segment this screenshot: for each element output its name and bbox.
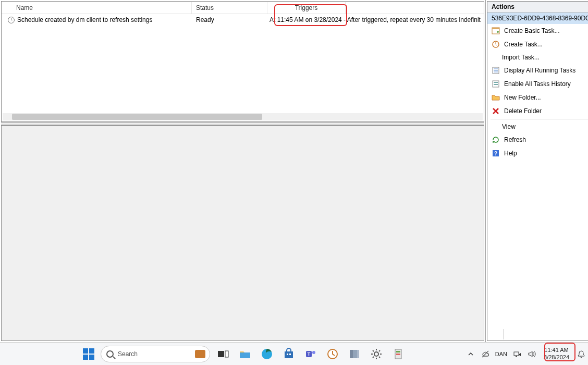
volume-icon[interactable] — [527, 349, 536, 359]
svg-line-33 — [373, 357, 374, 358]
taskbar-center: Search T — [81, 343, 407, 365]
svg-rect-1 — [492, 28, 499, 29]
app-icon-2[interactable] — [389, 345, 407, 363]
action-label: Import Task... — [502, 54, 540, 61]
svg-point-22 — [312, 351, 315, 354]
task-icon — [492, 40, 500, 48]
svg-rect-19 — [289, 354, 291, 355]
actions-pane: Actions 536E93ED-6DD9-4368-8369-90DC3A C… — [487, 1, 588, 341]
wizard-icon — [492, 27, 500, 35]
task-name-cell: Schedule created by dm client to refresh… — [2, 15, 192, 25]
task-name-text: Schedule created by dm client to refresh… — [17, 16, 152, 23]
action-label: Enable All Tasks History — [504, 80, 571, 88]
svg-rect-36 — [396, 351, 400, 352]
action-help[interactable]: ? Help — [487, 147, 588, 160]
divider — [504, 329, 504, 339]
app-window: Name Status Triggers Schedule created by… — [0, 0, 588, 342]
help-icon: ? — [492, 149, 500, 157]
taskbar-clock[interactable]: 11:41 AM 3/28/2024 — [542, 347, 571, 361]
onedrive-icon[interactable] — [481, 349, 490, 359]
taskbar-search[interactable]: Search — [101, 346, 210, 362]
app-icon-1[interactable] — [346, 345, 363, 363]
svg-line-34 — [379, 350, 380, 351]
task-detail-pane — [1, 125, 484, 341]
tray-overflow-button[interactable] — [466, 349, 475, 359]
svg-rect-15 — [240, 352, 250, 358]
action-enable-history[interactable]: Enable All Tasks History — [487, 77, 588, 91]
network-icon[interactable] — [512, 349, 522, 359]
svg-rect-18 — [287, 354, 288, 355]
search-badge-icon — [195, 350, 205, 358]
svg-text:T: T — [308, 351, 311, 357]
folder-icon — [492, 93, 500, 102]
action-label: Display All Running Tasks — [504, 67, 575, 74]
task-row[interactable]: Schedule created by dm client to refresh… — [2, 14, 484, 26]
action-label: Delete Folder — [504, 107, 542, 115]
svg-rect-39 — [514, 352, 519, 356]
refresh-icon — [492, 136, 500, 144]
action-create-basic-task[interactable]: Create Basic Task... — [487, 24, 588, 38]
action-label: Create Task... — [504, 41, 543, 48]
svg-rect-37 — [396, 354, 400, 355]
horizontal-scrollbar-thumb[interactable] — [12, 114, 262, 120]
delete-icon — [492, 107, 500, 115]
svg-rect-40 — [516, 356, 517, 357]
teams-button[interactable]: T — [302, 345, 320, 363]
action-label: New Folder... — [504, 94, 541, 101]
column-header-name[interactable]: Name — [2, 2, 192, 14]
svg-rect-13 — [218, 351, 224, 357]
actions-separator — [491, 119, 588, 119]
task-trigger-cell: At 11:45 AM on 3/28/2024 - After trigger… — [267, 15, 484, 25]
svg-point-26 — [374, 352, 378, 356]
horizontal-scrollbar[interactable] — [3, 113, 483, 120]
settings-button[interactable] — [368, 345, 385, 363]
taskbar-tray: DAN 11:41 AM 3/28/2024 — [466, 343, 586, 365]
task-list-pane: Name Status Triggers Schedule created by… — [1, 1, 484, 122]
clock-icon — [8, 17, 15, 23]
svg-line-32 — [379, 357, 380, 358]
action-label: Refresh — [504, 136, 526, 143]
action-import-task[interactable]: Import Task... — [487, 51, 588, 64]
action-new-folder[interactable]: New Folder... — [487, 91, 588, 104]
column-header-status[interactable]: Status — [192, 2, 267, 14]
action-label: Help — [504, 150, 517, 157]
action-delete-folder[interactable]: Delete Folder — [487, 104, 588, 118]
edge-button[interactable] — [258, 345, 276, 363]
windows-logo-icon — [83, 348, 94, 360]
taskbar-date: 3/28/2024 — [544, 354, 569, 361]
task-scheduler-button[interactable] — [324, 345, 341, 363]
action-view[interactable]: View — [487, 120, 588, 133]
main-area: Name Status Triggers Schedule created by… — [0, 0, 486, 342]
search-placeholder: Search — [118, 350, 138, 358]
language-indicator[interactable]: DAN — [495, 351, 507, 357]
taskbar-time: 11:41 AM — [544, 347, 569, 354]
list-icon — [492, 66, 500, 75]
search-icon — [106, 350, 114, 358]
action-refresh[interactable]: Refresh — [487, 133, 588, 147]
action-display-running-tasks[interactable]: Display All Running Tasks — [487, 64, 588, 77]
taskbar: Search T — [0, 342, 588, 365]
svg-rect-17 — [285, 351, 293, 358]
svg-point-2 — [497, 31, 499, 33]
start-button[interactable] — [81, 346, 96, 362]
actions-header: Actions — [487, 2, 588, 13]
action-create-task[interactable]: Create Task... — [487, 38, 588, 51]
taskview-button[interactable] — [214, 345, 232, 363]
notifications-icon[interactable] — [577, 349, 586, 359]
svg-rect-25 — [353, 350, 359, 358]
column-header-triggers[interactable]: Triggers — [267, 2, 346, 14]
task-status-cell: Ready — [192, 15, 267, 25]
svg-rect-9 — [494, 82, 498, 83]
action-label: Create Basic Task... — [504, 27, 560, 34]
actions-guid[interactable]: 536E93ED-6DD9-4368-8369-90DC3A — [487, 13, 588, 24]
svg-text:?: ? — [494, 151, 497, 156]
action-label: View — [502, 123, 516, 130]
svg-rect-14 — [225, 351, 228, 357]
svg-line-31 — [373, 350, 374, 351]
history-icon — [492, 80, 500, 88]
task-columns-header: Name Status Triggers — [2, 2, 484, 14]
store-button[interactable] — [280, 345, 298, 363]
svg-rect-10 — [494, 84, 498, 85]
file-explorer-button[interactable] — [236, 345, 254, 363]
